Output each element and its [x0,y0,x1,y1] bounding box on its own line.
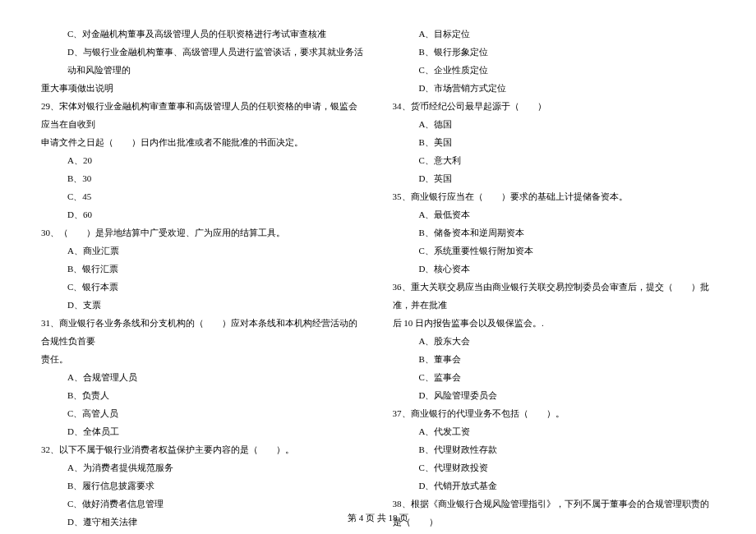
q28-option-d: D、与银行业金融机构董事、高级管理人员进行监管谈话，要求其就业务活动和风险管理的 [41,43,364,79]
q34-option-a: A、德国 [393,115,716,133]
q29-option-d: D、60 [41,205,364,223]
q30-text: 30、（ ）是异地结算中广受欢迎、广为应用的结算工具。 [41,223,364,242]
q36-option-b: B、董事会 [393,350,716,368]
q36-text-cont: 后 10 日内报告监事会以及银保监会。. [393,314,716,332]
q36-option-d: D、风险管理委员会 [393,386,716,404]
q32-text: 32、以下不属于银行业消费者权益保护主要内容的是（ ）。 [41,440,364,458]
q30-option-b: B、银行汇票 [41,260,364,278]
q37-option-b: B、代理财政性存款 [393,440,716,458]
q33-option-d: D、市场营销方式定位 [393,79,716,97]
q31-option-b: B、负责人 [41,386,364,404]
q37-option-d: D、代销开放式基金 [393,476,716,495]
q31-option-d: D、全体员工 [41,422,364,440]
q28-option-c: C、对金融机构董事及高级管理人员的任职资格进行考试审查核准 [41,25,364,43]
q32-option-a: A、为消费者提供规范服务 [41,458,364,476]
q29-text-cont: 申请文件之日起（ ）日内作出批准或者不能批准的书面决定。 [41,133,364,151]
q35-option-b: B、储备资本和逆周期资本 [393,223,716,242]
left-column: C、对金融机构董事及高级管理人员的任职资格进行考试审查核准 D、与银行业金融机构… [41,25,364,534]
q30-option-d: D、支票 [41,296,364,314]
q31-option-c: C、高管人员 [41,404,364,422]
q30-option-a: A、商业汇票 [41,242,364,260]
q36-option-a: A、股东大会 [393,332,716,350]
q29-option-a: A、20 [41,151,364,169]
document-page: C、对金融机构董事及高级管理人员的任职资格进行考试审查核准 D、与银行业金融机构… [0,0,756,534]
q37-text: 37、商业银行的代理业务不包括（ ）。 [393,404,716,422]
q32-option-c: C、做好消费者信息管理 [41,495,364,513]
q34-option-d: D、英国 [393,169,716,187]
q31-text: 31、商业银行各业务条线和分支机构的（ ）应对本条线和本机构经营活动的合规性负首… [41,314,364,350]
q37-option-a: A、代发工资 [393,422,716,440]
q30-option-c: C、银行本票 [41,278,364,296]
q31-text-cont: 责任。 [41,350,364,368]
q37-option-c: C、代理财政投资 [393,458,716,476]
page-footer: 第 4 页 共 18 页 [0,512,756,524]
q35-option-d: D、核心资本 [393,260,716,278]
q36-text: 36、重大关联交易应当由商业银行关联交易控制委员会审查后，提交（ ）批准，并在批… [393,278,716,314]
q36-option-c: C、监事会 [393,368,716,386]
q33-text: 33、宋体银行市场定位主要包括产品定位和（ ）两个方面。 [41,531,364,534]
q29-text: 29、宋体对银行业金融机构审查董事和高级管理人员的任职资格的申请，银监会应当在自… [41,97,364,133]
q29-option-b: B、30 [41,169,364,187]
q31-option-a: A、合规管理人员 [41,368,364,386]
q34-text: 34、货币经纪公司最早起源于（ ） [393,97,716,115]
q33-option-c: C、企业性质定位 [393,61,716,79]
q34-option-c: C、意大利 [393,151,716,169]
right-column: A、目标定位 B、银行形象定位 C、企业性质定位 D、市场营销方式定位 34、货… [393,25,716,534]
q33-option-b: B、银行形象定位 [393,43,716,61]
q35-option-c: C、系统重要性银行附加资本 [393,242,716,260]
q33-option-a: A、目标定位 [393,25,716,43]
q32-option-b: B、履行信息披露要求 [41,476,364,495]
q35-option-a: A、最低资本 [393,205,716,223]
q28-option-d-cont: 重大事项做出说明 [41,79,364,97]
q35-text: 35、商业银行应当在（ ）要求的基础上计提储备资本。 [393,187,716,205]
q34-option-b: B、美国 [393,133,716,151]
q29-option-c: C、45 [41,187,364,205]
